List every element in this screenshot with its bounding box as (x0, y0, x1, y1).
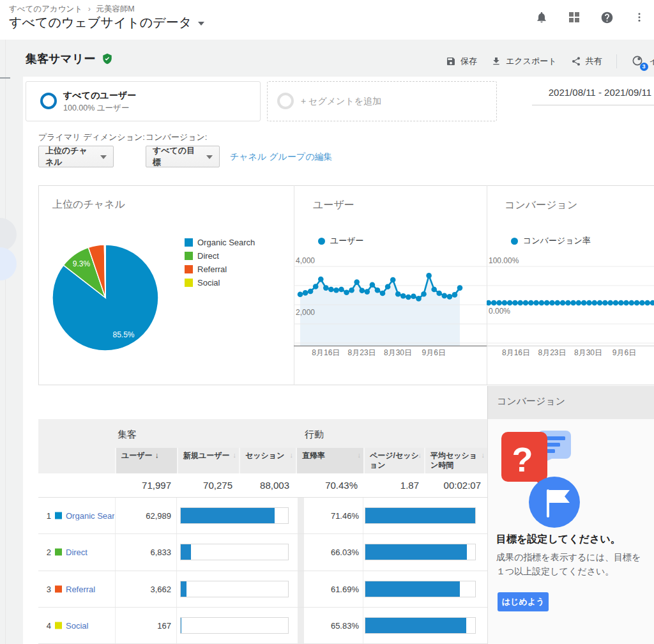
svg-text:9月6日: 9月6日 (422, 348, 446, 357)
users-bar-fill (181, 581, 186, 597)
bounce-rate-bar (365, 544, 476, 560)
users-bar-fill (181, 544, 191, 560)
group-separator (298, 534, 304, 570)
table-row: 3Referral3,66261.69% (38, 571, 487, 608)
column-divider (115, 608, 116, 643)
group-separator (298, 608, 304, 643)
column-header-avg-session-duration[interactable]: 平均セッション時間↓ (424, 448, 487, 473)
bounce-rate-bar-fill (365, 508, 475, 523)
channel-link[interactable]: Social (66, 620, 114, 630)
breadcrumb-property[interactable]: 元美容師M (96, 4, 134, 13)
segment-all-users[interactable]: すべてのユーザー 100.00% ユーザー (26, 81, 261, 121)
channel-color-swatch-icon (55, 622, 62, 629)
share-icon (571, 56, 581, 66)
svg-text:8月30日: 8月30日 (384, 348, 412, 357)
table-row: 1Organic Search62,98971.46% (38, 498, 487, 534)
svg-text:8月30日: 8月30日 (574, 348, 602, 357)
legend-item: Referral (185, 263, 255, 276)
goal-setup-heading: 目標を設定してください。 (496, 533, 621, 546)
channel-link[interactable]: Referral (66, 584, 114, 594)
goal-flag-icon (529, 477, 580, 528)
edit-channel-group-link[interactable]: チャネル グループの編集 (230, 151, 333, 163)
total-bounce-rate: 70.43% (304, 480, 358, 491)
bounce-rate-bar (365, 617, 476, 634)
channel-link[interactable]: Direct (66, 548, 114, 557)
more-menu-kebab-icon[interactable] (632, 10, 646, 24)
export-button[interactable]: エクスポート (491, 56, 557, 67)
column-header-pages-per-session[interactable]: ページ/セッション↓ (363, 448, 424, 473)
legend-item: Social (185, 276, 255, 289)
pie-legend: Organic SearchDirectReferralSocial (185, 236, 255, 289)
users-line-chart: 4,0002,0008月16日8月23日8月30日9月6日 (294, 249, 487, 359)
group-header-acquisition: 集客 (118, 429, 137, 441)
download-icon (491, 56, 501, 66)
total-avg-session-duration: 00:02:07 (425, 480, 481, 491)
column-divider (176, 608, 177, 643)
conversion-rate-chart: 100.00%0.00%8月16日8月23日8月30日9月6日 (487, 249, 654, 359)
legend-swatch-icon (185, 279, 193, 287)
bounce-rate-value: 71.46% (304, 511, 359, 521)
sort-icon: ↓ (358, 451, 361, 460)
primary-dimension-dropdown[interactable]: 上位のチャネル (38, 146, 114, 167)
chevron-down-icon (206, 155, 213, 159)
insights-button[interactable]: 3 インサイト (631, 54, 654, 68)
date-range-selector[interactable]: 2021/08/11 - 2021/09/11 (532, 81, 654, 105)
conversion-panel-title: コンバージョン (497, 395, 565, 408)
conversion-panel-header: コンバージョン (487, 386, 654, 419)
nav-collapse-handle[interactable] (0, 77, 10, 79)
share-button[interactable]: 共有 (571, 56, 602, 67)
help-icon[interactable] (600, 10, 614, 24)
svg-text:8月23日: 8月23日 (348, 348, 376, 357)
column-header-bounce-rate[interactable]: 直帰率↓ (296, 448, 363, 473)
column-divider (363, 571, 363, 607)
column-header-new-users[interactable]: 新規ユーザー↓ (177, 448, 239, 473)
header-icons (535, 10, 646, 24)
save-button[interactable]: 保存 (446, 56, 477, 67)
users-bar-fill (181, 508, 275, 523)
apps-grid-icon[interactable] (567, 10, 581, 24)
column-divider (363, 608, 363, 643)
sort-desc-icon: ↓ (155, 451, 159, 460)
get-started-button[interactable]: はじめよう (498, 592, 549, 611)
goal-dropdown[interactable]: すべての目標 (146, 146, 220, 167)
segment-ring-icon (40, 93, 57, 109)
total-users: 71,997 (118, 480, 171, 491)
column-divider (176, 571, 177, 607)
sort-icon: ↓ (290, 451, 294, 460)
svg-text:85.5%: 85.5% (112, 330, 134, 339)
collapsed-nav-divider (5, 40, 6, 644)
group-separator (298, 498, 304, 533)
breadcrumb[interactable]: すべてのアカウント › 元美容師M (9, 4, 135, 15)
report-title-row: 集客サマリー (26, 51, 113, 66)
data-quality-shield-icon (102, 53, 113, 65)
users-chart-title: ユーザー (313, 199, 354, 212)
svg-text:8月16日: 8月16日 (312, 348, 340, 357)
channel-link[interactable]: Organic Search (66, 511, 114, 521)
notifications-bell-icon[interactable] (535, 10, 549, 24)
row-rank: 1 (42, 511, 51, 521)
svg-text:100.00%: 100.00% (489, 256, 519, 265)
insights-badge: 3 (640, 63, 648, 71)
report-title: 集客サマリー (26, 51, 95, 66)
bounce-rate-value: 66.03% (304, 548, 359, 557)
sort-icon: ↓ (482, 451, 485, 460)
svg-text:?: ? (512, 440, 533, 479)
property-selector[interactable]: すべてのウェブサイトのデータ (9, 14, 204, 31)
add-segment-button[interactable]: + セグメントを追加 (267, 81, 497, 121)
legend-label: Referral (197, 264, 227, 274)
channel-color-swatch-icon (55, 549, 62, 556)
report-actions-toolbar: 保存 エクスポート 共有 3 インサイト (446, 54, 654, 68)
breadcrumb-account[interactable]: すべてのアカウント (9, 4, 82, 13)
column-header-users[interactable]: ユーザー↓ (115, 448, 177, 473)
users-chart-legend: ユーザー (318, 235, 364, 247)
column-header-sessions[interactable]: セッション↓ (239, 448, 296, 473)
users-value: 6,833 (118, 548, 171, 557)
table-column-headers: ユーザー↓ 新規ユーザー↓ セッション↓ 直帰率↓ ページ/セッション↓ 平均セ… (38, 448, 487, 473)
legend-label: Social (197, 278, 220, 288)
top-channels-pie-chart: 85.5%9.3% (48, 240, 169, 358)
svg-text:9.3%: 9.3% (73, 259, 91, 268)
total-sessions: 88,003 (241, 480, 289, 491)
svg-text:0.00%: 0.00% (489, 307, 510, 316)
primary-dimension-label: プライマリ ディメンション: (38, 132, 145, 143)
legend-dot-icon (511, 238, 518, 245)
